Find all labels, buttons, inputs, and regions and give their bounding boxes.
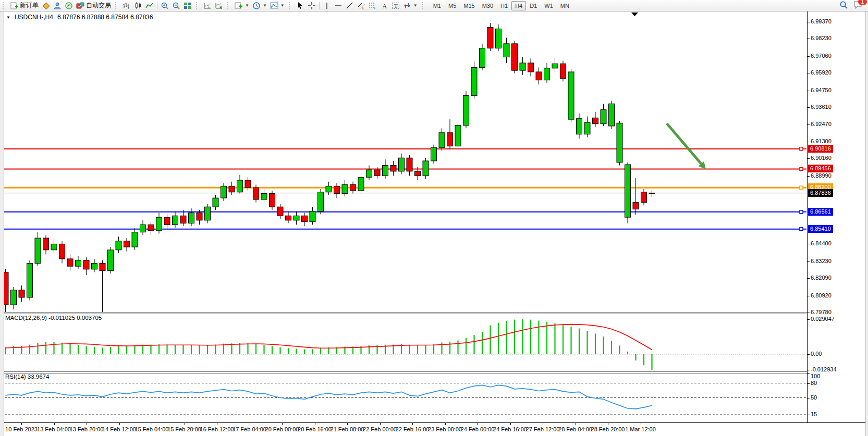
candle-body [560,64,566,78]
candle-body [447,133,453,146]
price-tick [808,296,810,296]
candle [536,67,542,84]
indicators-caret-icon[interactable]: ▼ [245,3,249,8]
candle-body [641,192,647,203]
candle [455,121,461,147]
time-tick [87,423,87,425]
price-label: 6.83230 [811,258,832,264]
chart-shift-icon [215,2,223,10]
template-icon [270,2,278,10]
price-label: 6.92470 [811,121,832,127]
candle [11,287,17,309]
tf-button-MN[interactable]: MN [557,1,573,10]
tf-button-M30[interactable]: M30 [479,1,497,10]
chart-collapse-icon[interactable]: ▼ [6,15,10,20]
line-chart-button[interactable] [144,1,155,10]
tf-button-W1[interactable]: W1 [541,1,557,10]
tf-button-D1[interactable]: D1 [526,1,541,10]
tf-button-M1[interactable]: M1 [430,1,445,10]
notifications-button[interactable]: 1 [853,1,863,10]
periods-button[interactable]: ▼ [251,1,268,10]
candle-body [407,158,412,171]
tile-windows-button[interactable] [182,1,193,10]
price-tick [808,124,810,125]
tf-button-H1[interactable]: H1 [497,1,511,10]
text-button[interactable]: A [378,1,390,10]
bar-chart-button[interactable] [121,1,132,10]
line-anchor-handle [800,228,803,231]
candle-body [180,216,186,223]
candle-body [35,238,41,263]
toolbar-grip[interactable] [422,2,425,9]
templates-caret-icon[interactable]: ▼ [280,3,285,8]
toolbar-grip[interactable] [115,2,119,9]
time-label: 23 Feb 08:00 [428,426,462,432]
price-label: 6.80920 [811,292,832,298]
rsi-pane[interactable] [0,372,807,422]
zoom-in-icon [161,2,169,10]
text-label-button[interactable]: T [390,1,401,10]
indicators-button[interactable]: ▼ [233,1,251,10]
time-axis[interactable]: 10 Feb 202313 Feb 04:0013 Feb 20:0014 Fe… [0,422,865,436]
search-icon[interactable] [839,1,848,11]
arrows-button[interactable]: ▼ [401,1,419,10]
new-order-label: 新订单 [20,1,39,10]
candle-body [358,177,364,191]
macd-axis-label: -0.012934 [811,366,837,372]
candle [390,161,396,176]
signals-button[interactable] [63,1,75,10]
tf-button-H4[interactable]: H4 [511,1,526,10]
horizontal-line-button[interactable] [333,1,344,10]
equidistant-channel-button[interactable]: E [356,1,367,10]
toolbar-grip[interactable] [227,2,231,9]
candle [504,38,509,63]
candlestick-chart-button[interactable] [132,1,144,10]
candle [59,241,65,264]
candle [35,232,41,267]
market-watch-button[interactable] [40,1,52,10]
new-order-button[interactable]: 新订单 [8,1,40,10]
price-line-badge: 6.90816 [808,145,833,153]
candle-body [609,104,615,126]
periods-caret-icon[interactable]: ▼ [263,3,267,8]
zoom-out-button[interactable] [170,1,182,10]
toolbar-grip[interactable] [3,2,6,9]
candle [237,175,243,194]
zoom-in-button[interactable] [159,1,170,10]
candle-body [19,290,25,297]
candle [164,214,170,229]
candle [480,44,485,70]
navigator-button[interactable] [52,1,63,10]
candle-body [148,225,154,230]
autotrading-button[interactable]: 自动交易 [75,1,113,10]
chart-shift-button[interactable] [213,1,225,10]
toolbar-grip[interactable] [289,2,292,9]
annotation-arrow [667,123,701,164]
price-label: 6.79780 [811,309,832,315]
fibonacci-button[interactable]: F [367,1,378,10]
market-watch-icon [42,2,50,10]
price-line-badge: 6.86561 [808,208,833,216]
price-tick [808,370,810,370]
tf-button-M5[interactable]: M5 [445,1,460,10]
templates-button[interactable]: ▼ [268,1,286,10]
time-label: 21 Feb 08:00 [331,426,364,432]
arrows-caret-icon[interactable]: ▼ [413,3,418,8]
crosshair-button[interactable] [306,1,317,10]
candle [302,213,308,227]
cursor-button[interactable] [295,1,306,10]
candle [633,178,639,215]
tf-button-M15[interactable]: M15 [460,1,478,10]
toolbar-grip[interactable] [196,2,200,9]
price-axis[interactable]: 6.993706.982306.970606.959206.947506.936… [807,11,866,422]
price-pane[interactable] [0,11,807,312]
macd-pane[interactable] [0,313,807,371]
candle [310,207,315,225]
auto-scroll-button[interactable] [202,1,213,10]
vertical-line-button[interactable] [321,1,333,10]
price-label: 6.91300 [811,138,832,144]
time-label: 24 Feb 16:00 [493,426,527,432]
trendline-button[interactable] [344,1,356,10]
candle [350,182,356,194]
toolbar-separator [319,2,320,9]
